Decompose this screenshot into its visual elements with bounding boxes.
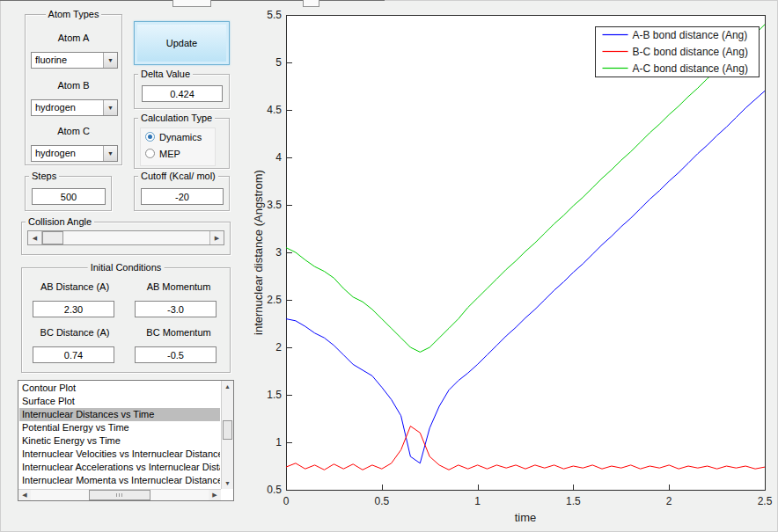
atom-c-value: hydrogen [32, 146, 103, 161]
slider-thumb[interactable] [42, 231, 63, 244]
calculation-type-title: Calculation Type [138, 113, 215, 123]
delta-value-title: Delta Value [138, 69, 193, 79]
svg-text:0: 0 [283, 495, 290, 507]
svg-text:2: 2 [275, 341, 282, 353]
scroll-down-icon[interactable]: ▼ [222, 477, 233, 489]
ab-distance-input[interactable] [33, 301, 114, 317]
delta-value-panel: Delta Value [134, 74, 230, 109]
radio-dynamics[interactable]: Dynamics [145, 131, 202, 142]
scroll-up-icon[interactable]: ▲ [222, 381, 233, 392]
scrollbar-thumb[interactable] [223, 420, 232, 440]
list-item[interactable]: Internuclear Distances vs Time [19, 408, 220, 421]
update-button-label: Update [166, 38, 197, 48]
listbox-horizontal-scrollbar[interactable]: ◀ ▶ [18, 489, 221, 500]
svg-text:0.5: 0.5 [267, 484, 282, 496]
atom-c-label: Atom C [26, 126, 121, 136]
atom-b-value: hydrogen [32, 100, 103, 115]
ab-momentum-input[interactable] [135, 301, 217, 317]
bc-distance-input[interactable] [33, 346, 114, 363]
svg-text:5: 5 [275, 56, 282, 69]
ab-momentum-label: AB Momentum [129, 281, 228, 292]
update-button[interactable]: Update [134, 21, 230, 65]
list-item[interactable]: Kinetic Energy vs Time [19, 434, 220, 448]
svg-text:A-B bond distance (Ang): A-B bond distance (Ang) [633, 29, 748, 41]
radio-mep-label: MEP [159, 149, 180, 159]
scroll-left-icon[interactable]: ◀ [28, 231, 42, 244]
list-item[interactable]: Surface Plot [19, 395, 220, 408]
collision-angle-panel: Collision Angle ◀ ▶ [21, 222, 231, 255]
ab-distance-label: AB Distance (A) [26, 281, 124, 292]
list-item[interactable]: Internuclear Momenta vs Internuclear Dis… [19, 474, 220, 487]
svg-text:3: 3 [275, 246, 282, 259]
svg-text:1: 1 [275, 436, 282, 448]
scroll-right-icon[interactable]: ▶ [209, 231, 224, 244]
list-item[interactable]: Internuclear Velocities vs Internuclear … [19, 448, 220, 461]
svg-text:A-C bond distance (Ang): A-C bond distance (Ang) [633, 62, 748, 75]
chevron-down-icon[interactable]: ▼ [103, 146, 117, 161]
atom-a-value: fluorine [32, 53, 103, 68]
radio-mep[interactable]: MEP [145, 148, 180, 159]
svg-text:1.5: 1.5 [267, 389, 282, 401]
collision-angle-title: Collision Angle [26, 216, 94, 227]
chevron-down-icon[interactable]: ▼ [103, 100, 117, 115]
toolbar-fragment [172, 0, 211, 7]
atom-b-dropdown[interactable]: hydrogen ▼ [31, 99, 118, 116]
svg-text:internuclear distance (Angstro: internuclear distance (Angstrom) [252, 170, 265, 335]
listbox-items: Contour PlotSurface PlotInternuclear Dis… [19, 382, 220, 488]
slider-track[interactable] [42, 231, 209, 244]
cutoff-title: Cutoff (Kcal/ mol) [138, 171, 218, 181]
scrollbar-track[interactable] [31, 490, 209, 500]
atom-c-dropdown[interactable]: hydrogen ▼ [31, 145, 118, 162]
radio-selected-icon [145, 132, 155, 142]
bc-distance-label: BC Distance (A) [26, 327, 124, 338]
atom-b-label: Atom B [26, 80, 121, 91]
svg-text:2: 2 [666, 495, 672, 507]
calculation-type-panel: Calculation Type Dynamics MEP [134, 118, 230, 169]
list-item[interactable]: Potential Energy vs Time [19, 421, 220, 434]
scroll-right-icon[interactable]: ▶ [209, 490, 221, 500]
svg-text:4: 4 [275, 151, 282, 164]
steps-title: Steps [29, 171, 59, 181]
radio-dynamics-label: Dynamics [159, 132, 202, 142]
svg-text:5.5: 5.5 [267, 9, 282, 21]
bc-momentum-label: BC Momentum [129, 327, 228, 338]
chevron-down-icon[interactable]: ▼ [103, 53, 117, 68]
atom-a-dropdown[interactable]: fluorine ▼ [31, 52, 118, 69]
list-item[interactable]: Contour Plot [19, 382, 220, 395]
atom-types-title: Atom Types [46, 9, 102, 19]
scrollbar-thumb[interactable] [89, 490, 150, 500]
steps-input[interactable] [32, 188, 106, 205]
scrollbar-track[interactable] [222, 392, 233, 477]
listbox-vertical-scrollbar[interactable]: ▲ ▼ [221, 381, 233, 489]
radio-unselected-icon [145, 149, 155, 158]
svg-text:2.5: 2.5 [758, 495, 773, 507]
atom-types-panel: Atom Types Atom A fluorine ▼ Atom B hydr… [25, 14, 122, 165]
app-window: Atom Types Atom A fluorine ▼ Atom B hydr… [0, 0, 778, 532]
svg-text:time: time [515, 511, 537, 524]
svg-text:3.5: 3.5 [267, 199, 282, 211]
initial-conditions-panel: Initial Conditions AB Distance (A) AB Mo… [21, 267, 231, 373]
steps-panel: Steps [25, 176, 112, 211]
plot-canvas: 00.511.522.50.511.522.533.544.555.5timei… [252, 0, 778, 532]
svg-text:4.5: 4.5 [267, 104, 282, 116]
svg-text:0.5: 0.5 [374, 495, 389, 507]
svg-text:B-C bond distance (Ang): B-C bond distance (Ang) [633, 46, 748, 58]
cutoff-input[interactable] [141, 188, 224, 205]
svg-text:2.5: 2.5 [267, 294, 282, 306]
svg-text:1.5: 1.5 [566, 495, 581, 507]
svg-text:1: 1 [474, 495, 481, 507]
atom-a-label: Atom A [26, 33, 121, 43]
bc-momentum-input[interactable] [135, 346, 217, 363]
scroll-left-icon[interactable]: ◀ [18, 490, 31, 500]
delta-value-input[interactable] [142, 85, 223, 102]
cutoff-panel: Cutoff (Kcal/ mol) [134, 176, 230, 211]
initial-conditions-title: Initial Conditions [88, 262, 165, 273]
list-item[interactable]: Internuclear Accelerations vs Internucle… [19, 461, 220, 474]
plot-type-listbox: Contour PlotSurface PlotInternuclear Dis… [18, 380, 234, 501]
plot-area: 00.511.522.50.511.522.533.544.555.5timei… [252, 0, 778, 532]
collision-angle-slider[interactable]: ◀ ▶ [27, 230, 224, 245]
